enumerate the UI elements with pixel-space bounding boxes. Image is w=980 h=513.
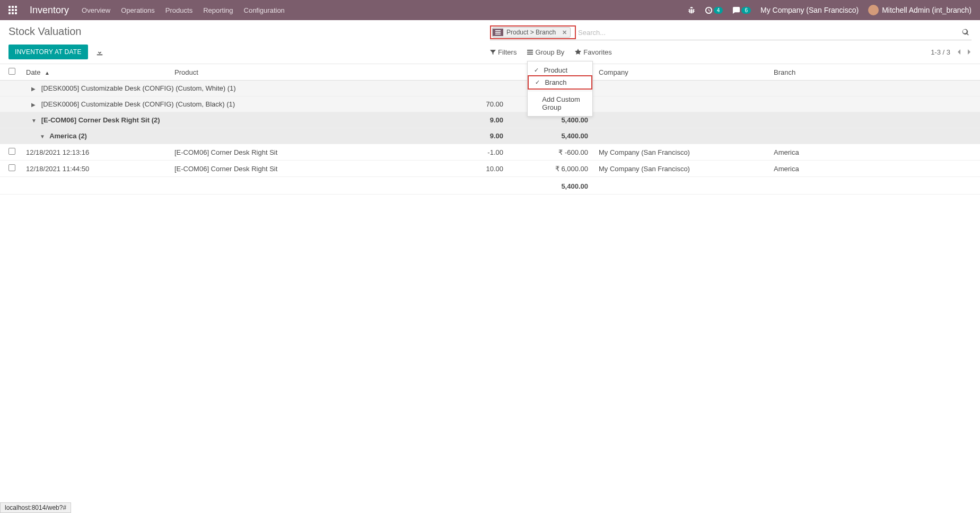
nav-operations[interactable]: Operations: [121, 6, 155, 14]
table-container: Date ▲ Product Total Value Company Branc…: [0, 64, 980, 194]
group-subrow-expanded[interactable]: ▼ America (2) 9.00 5,400.00: [0, 128, 980, 144]
col-header-branch[interactable]: Branch: [768, 64, 980, 81]
bug-icon[interactable]: [688, 6, 695, 14]
company-selector[interactable]: My Company (San Francisco): [760, 6, 859, 14]
group-row[interactable]: ▶ [DESK0005] Customizable Desk (CONFIG) …: [0, 81, 980, 96]
cell-total: ₹ -600.00: [509, 144, 593, 161]
groupby-add-custom[interactable]: Add Custom Group: [528, 93, 592, 113]
facet-remove-icon[interactable]: ✕: [559, 29, 570, 36]
cell-company: My Company (San Francisco): [593, 161, 768, 177]
cell-branch: America: [768, 161, 980, 177]
cell-branch: America: [768, 144, 980, 161]
favorites-label: Favorites: [583, 48, 611, 56]
check-icon: ✓: [535, 79, 541, 86]
groupby-item-product[interactable]: ✓ Product: [528, 64, 592, 76]
cell-product: [E-COM06] Corner Desk Right Sit: [169, 144, 429, 161]
cell-product: [E-COM06] Corner Desk Right Sit: [169, 161, 429, 177]
pager-count[interactable]: 1-3 / 3: [931, 48, 950, 56]
group-label: America (2): [49, 132, 87, 140]
groupby-label: Group By: [535, 48, 564, 56]
svg-rect-0: [495, 30, 501, 31]
caret-down-icon: ▼: [31, 118, 38, 123]
search-facet-highlight: Product > Branch ✕: [490, 25, 576, 39]
nav-configuration[interactable]: Configuration: [244, 6, 285, 14]
messages-badge: 6: [741, 7, 751, 14]
top-navbar: Inventory Overview Operations Products R…: [0, 0, 980, 20]
group-qty: 9.00: [429, 112, 509, 128]
favorites-toggle[interactable]: Favorites: [575, 48, 611, 56]
row-checkbox[interactable]: [8, 164, 15, 171]
nav-reporting[interactable]: Reporting: [203, 6, 233, 14]
select-all-checkbox[interactable]: [8, 68, 15, 75]
caret-right-icon: ▶: [31, 102, 38, 108]
table-row[interactable]: 12/18/2021 11:44:50 [E-COM06] Corner Des…: [0, 161, 980, 177]
table-footer-row: 5,400.00: [0, 177, 980, 194]
svg-rect-2: [495, 34, 501, 35]
col-header-date[interactable]: Date ▲: [21, 64, 169, 81]
search-input[interactable]: [576, 26, 960, 39]
footer-total: 5,400.00: [509, 177, 593, 194]
groupby-item-highlight: ✓ Branch: [528, 75, 592, 90]
dropdown-item-label: Branch: [545, 78, 566, 86]
activity-icon[interactable]: 4: [705, 6, 723, 14]
nav-menu: Overview Operations Products Reporting C…: [82, 6, 285, 14]
caret-right-icon: ▶: [31, 86, 38, 92]
svg-rect-5: [527, 54, 533, 55]
sort-asc-icon: ▲: [45, 70, 50, 76]
group-label: [E-COM06] Corner Desk Right Sit (2): [41, 116, 160, 124]
nav-overview[interactable]: Overview: [82, 6, 110, 14]
pager-next-icon[interactable]: [967, 49, 972, 55]
col-header-product[interactable]: Product: [169, 64, 429, 81]
cell-total: ₹ 6,000.00: [509, 161, 593, 177]
inventory-at-date-button[interactable]: INVENTORY AT DATE: [8, 45, 88, 59]
group-row[interactable]: ▶ [DESK0006] Customizable Desk (CONFIG) …: [0, 96, 980, 112]
user-menu[interactable]: Mitchell Admin (int_branch): [868, 5, 972, 15]
dropdown-divider: [528, 91, 592, 91]
svg-rect-3: [527, 49, 533, 50]
row-checkbox[interactable]: [8, 148, 15, 155]
nav-products[interactable]: Products: [165, 6, 192, 14]
cell-date: 12/18/2021 12:13:16: [21, 144, 169, 161]
apps-icon[interactable]: [8, 6, 17, 14]
search-icon[interactable]: [960, 29, 972, 36]
control-panel: Stock Valuation Product > Branch ✕: [0, 20, 980, 64]
page-title: Stock Valuation: [8, 25, 490, 38]
brand-title[interactable]: Inventory: [30, 5, 69, 16]
search-bar[interactable]: Product > Branch ✕: [490, 25, 972, 40]
groupby-toggle[interactable]: Group By ✓ Product ✓ Branch: [527, 48, 564, 56]
group-qty: [429, 81, 509, 96]
groupby-item-branch[interactable]: ✓ Branch: [529, 76, 591, 89]
table-header-row: Date ▲ Product Total Value Company Branc…: [0, 64, 980, 81]
cell-qty: 10.00: [429, 161, 509, 177]
cell-company: My Company (San Francisco): [593, 144, 768, 161]
group-label: [DESK0006] Customizable Desk (CONFIG) (C…: [41, 100, 235, 108]
facet-text: Product > Branch: [503, 28, 559, 37]
cell-qty: -1.00: [429, 144, 509, 161]
table-row[interactable]: 12/18/2021 12:13:16 [E-COM06] Corner Des…: [0, 144, 980, 161]
group-total: 5,400.00: [509, 128, 593, 144]
svg-rect-4: [527, 51, 533, 52]
group-qty-faded: 70.00: [429, 96, 509, 112]
dropdown-item-label: Add Custom Group: [542, 95, 586, 111]
search-facet: Product > Branch ✕: [492, 27, 571, 38]
cell-date: 12/18/2021 11:44:50: [21, 161, 169, 177]
group-row-expanded[interactable]: ▼ [E-COM06] Corner Desk Right Sit (2) 9.…: [0, 112, 980, 128]
data-table: Date ▲ Product Total Value Company Branc…: [0, 64, 980, 194]
groupby-dropdown: ✓ Product ✓ Branch Add Custom: [527, 61, 593, 117]
caret-down-icon: ▼: [40, 134, 46, 139]
col-header-company[interactable]: Company: [593, 64, 768, 81]
activity-badge: 4: [714, 7, 723, 14]
col-header-qty[interactable]: [429, 64, 509, 81]
group-stack-icon: [493, 29, 503, 36]
pager-prev-icon[interactable]: [957, 49, 961, 55]
group-label: [DESK0005] Customizable Desk (CONFIG) (C…: [41, 84, 236, 92]
svg-rect-1: [495, 32, 501, 33]
group-qty: 9.00: [429, 128, 509, 144]
avatar-icon: [868, 5, 879, 15]
messages-icon[interactable]: 6: [732, 6, 751, 14]
check-icon: ✓: [534, 67, 540, 74]
filters-label: Filters: [498, 48, 517, 56]
user-name: Mitchell Admin (int_branch): [882, 6, 972, 14]
download-icon[interactable]: [93, 46, 106, 58]
filters-toggle[interactable]: Filters: [490, 48, 517, 56]
